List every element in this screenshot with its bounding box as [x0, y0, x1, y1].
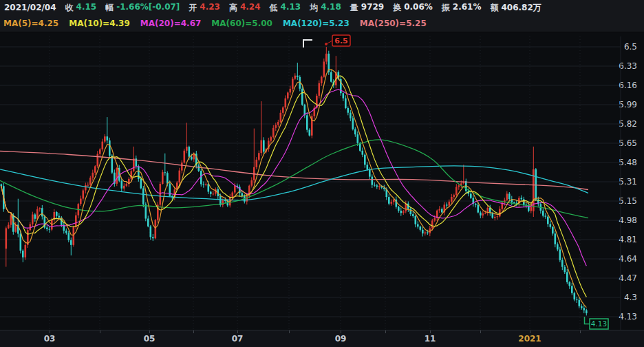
- y-axis-label: 4.13: [619, 312, 637, 322]
- quote-field: 换0.06%: [393, 2, 433, 14]
- quote-field-value: 4.23: [200, 2, 220, 14]
- time-axis-tick: [480, 330, 481, 333]
- x-axis-label: 09: [335, 334, 347, 344]
- quote-field-value: 0.06%: [404, 2, 433, 14]
- ma-legend-item: MA(5)=4.25: [3, 19, 58, 28]
- quote-field-label: 高: [229, 2, 237, 14]
- y-axis-label: 5.99: [619, 100, 637, 109]
- time-axis-tick: [149, 330, 150, 333]
- quote-field: 低4.13: [270, 2, 301, 14]
- candles: [1, 47, 588, 315]
- y-axis-label: 4.3: [624, 293, 637, 302]
- quote-field-label: 换: [393, 2, 401, 14]
- quote-field-label: 均: [310, 2, 318, 14]
- quote-field: 额406.82万: [490, 2, 541, 14]
- quote-field-value: 4.24: [240, 2, 261, 14]
- ma-legend-item: MA(120)=5.23: [283, 19, 350, 28]
- y-axis-label: 6.33: [619, 61, 637, 71]
- time-axis-tick: [530, 330, 530, 333]
- quote-field-value: 4.18: [321, 2, 341, 14]
- y-axis-label: 5.48: [619, 158, 637, 167]
- y-axis-label: 6.5: [624, 42, 637, 52]
- quote-field-value: 9729: [361, 2, 384, 14]
- time-axis-tick: [385, 330, 386, 333]
- time-axis-tick: [50, 330, 50, 333]
- quote-field-label: 幅: [105, 2, 114, 14]
- time-axis-tick: [580, 330, 581, 333]
- quote-info-bar: 2021/02/04 收4.15幅-1.66%[-0.07]开4.23高4.24…: [0, 0, 644, 15]
- quote-field: 均4.18: [310, 2, 341, 14]
- quote-field-value: 406.82万: [501, 2, 541, 14]
- chart-area: 6.56.336.165.995.825.655.485.315.154.984…: [0, 32, 644, 330]
- x-axis-label: 11: [425, 334, 436, 344]
- time-axis-tick: [193, 330, 194, 333]
- quote-field: 量9729: [350, 2, 384, 14]
- x-axis-label: 03: [44, 334, 56, 344]
- corner-bracket-marker: [303, 40, 312, 48]
- ma-legend-item: MA(250)=5.25: [360, 19, 427, 28]
- quote-field-label: 收: [65, 2, 74, 14]
- y-axis-label: 5.65: [619, 138, 637, 148]
- quote-field-label: 低: [270, 2, 278, 14]
- time-axis-tick: [430, 330, 431, 333]
- y-axis-label: 4.98: [619, 215, 637, 225]
- y-axis-label: 4.81: [619, 235, 637, 244]
- ma-legend-item: MA(60)=5.00: [211, 19, 272, 28]
- x-axis-label: 05: [144, 334, 155, 344]
- quote-field-value: 4.13: [281, 2, 301, 14]
- x-axis-label: 07: [232, 334, 244, 344]
- time-axis-tick: [289, 330, 290, 333]
- x-axis-label: 2021: [518, 334, 541, 344]
- time-axis-tick: [341, 330, 341, 333]
- quote-field-label: 振: [442, 2, 450, 14]
- y-axis-label: 5.15: [619, 196, 637, 206]
- time-axis: 03050709112021: [0, 330, 644, 347]
- time-axis-tick: [237, 330, 238, 333]
- quote-field-value: -1.66%[-0.07]: [116, 2, 180, 14]
- quote-field-label: 额: [490, 2, 498, 14]
- y-axis-label: 6.16: [619, 81, 637, 90]
- quote-date: 2021/02/04: [4, 3, 56, 12]
- low-bracket-marker: [585, 317, 590, 324]
- stock-chart-app: 2021/02/04 收4.15幅-1.66%[-0.07]开4.23高4.24…: [0, 0, 644, 347]
- time-axis-tick: [100, 330, 100, 333]
- ma-legend-item: MA(10)=4.39: [69, 19, 130, 28]
- low-price-label: 4.13: [591, 319, 607, 328]
- quote-field: 收4.15: [65, 2, 97, 14]
- y-axis-label: 5.31: [619, 177, 637, 187]
- ma-legend-bar: MA(5)=4.25MA(10)=4.39MA(20)=4.67MA(60)=5…: [0, 15, 644, 32]
- y-axis-label: 4.47: [619, 273, 637, 283]
- quote-field: 开4.23: [189, 2, 220, 14]
- quote-field-label: 开: [189, 2, 197, 14]
- quote-field: 幅-1.66%[-0.07]: [105, 2, 180, 14]
- quote-field-value: 4.15: [76, 2, 97, 14]
- ma-line-ma10: [1, 76, 587, 297]
- quote-field: 振2.61%: [442, 2, 482, 14]
- high-price-label: 6.5: [334, 36, 348, 45]
- quote-field-label: 量: [350, 2, 358, 14]
- quote-field: 高4.24: [229, 2, 261, 14]
- y-axis-label: 4.64: [619, 254, 637, 264]
- y-axis-label: 5.82: [619, 119, 637, 129]
- candlestick-chart[interactable]: 6.56.336.165.995.825.655.485.315.154.984…: [0, 32, 644, 330]
- quote-field-value: 2.61%: [453, 2, 482, 14]
- ma-legend-item: MA(20)=4.67: [140, 19, 202, 28]
- high-point-dot: [325, 43, 328, 45]
